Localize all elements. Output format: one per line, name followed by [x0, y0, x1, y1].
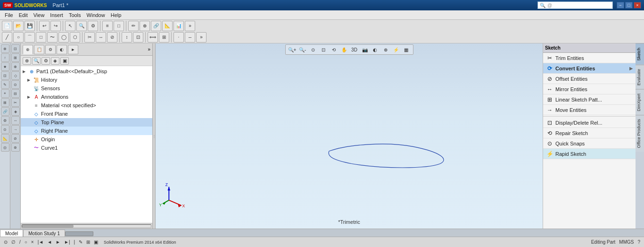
tree-item-top-plane[interactable]: ▶ ◇ Top Plane: [21, 118, 152, 127]
tree-tool-1[interactable]: ⊕: [23, 57, 31, 65]
tool-trim[interactable]: ✂ Trim Entities: [543, 53, 636, 63]
tree-tool-2[interactable]: 🔍: [32, 57, 41, 65]
menu-tools[interactable]: Tools: [66, 11, 84, 19]
rect-button[interactable]: □: [36, 32, 46, 43]
tree-tab-more[interactable]: ►: [68, 45, 78, 54]
menu-insert[interactable]: Insert: [47, 11, 66, 19]
left-icon-6[interactable]: ⌖: [1, 89, 9, 98]
circle-button[interactable]: ○: [13, 32, 24, 43]
feature-tree-content[interactable]: ▶ ⊕ Part1 (Default<<Default>_Disp ▶ 📜 Hi…: [21, 66, 152, 223]
construction-button[interactable]: --: [185, 32, 195, 43]
undo-button[interactable]: ↩: [39, 21, 50, 31]
close-button[interactable]: ×: [634, 2, 641, 9]
tree-item-right-plane[interactable]: ▶ ◇ Right Plane: [21, 127, 152, 135]
save-button[interactable]: 💾: [25, 21, 35, 31]
drawing-button[interactable]: 📐: [162, 21, 173, 31]
vtab-dimxpert[interactable]: DimXpert: [636, 89, 644, 115]
line-button[interactable]: ╱: [2, 32, 12, 43]
tree-item-history[interactable]: ▶ 📜 History: [21, 76, 152, 84]
relation-button[interactable]: ⊡: [133, 32, 143, 43]
new-button[interactable]: 📄: [2, 21, 12, 31]
vtab-evaluate[interactable]: Evaluate: [636, 65, 644, 89]
tool-display-delete[interactable]: ⊡ Display/Delete Rel...: [543, 118, 636, 128]
sec-icon-10[interactable]: →: [11, 125, 20, 134]
sec-icon-8[interactable]: ◈: [11, 107, 20, 116]
maximize-button[interactable]: □: [625, 2, 633, 9]
sec-icon-7[interactable]: ✂: [11, 98, 20, 107]
open-button[interactable]: 📂: [13, 21, 24, 31]
tree-item-part[interactable]: ▶ ⊕ Part1 (Default<<Default>_Disp: [21, 67, 152, 76]
more-button[interactable]: »: [185, 21, 195, 31]
left-icon-11[interactable]: 📐: [1, 134, 9, 143]
view3d-button[interactable]: □: [114, 21, 124, 31]
options-button[interactable]: ≡: [102, 21, 113, 31]
menu-window[interactable]: Window: [84, 11, 108, 19]
tool-quick-snaps[interactable]: ⊙ Quick Snaps: [543, 138, 636, 149]
tool-rapid-sketch[interactable]: ⚡ Rapid Sketch: [543, 149, 636, 159]
tool-move[interactable]: → Move Entities: [543, 105, 636, 115]
evaluate-button[interactable]: 📊: [173, 21, 184, 31]
tree-item-sensors[interactable]: ▶ 📡 Sensors: [21, 84, 152, 93]
left-icon-2[interactable]: ↑: [1, 53, 9, 62]
tree-tool-3[interactable]: ⚙: [41, 57, 50, 65]
zoom-button[interactable]: 🔍: [76, 21, 87, 31]
tree-tool-5[interactable]: ▣: [60, 57, 69, 65]
left-icon-7[interactable]: ⊞: [1, 98, 9, 107]
select-button[interactable]: ↖: [65, 21, 75, 31]
left-icon-8[interactable]: 🔗: [1, 107, 9, 116]
tree-scroll-track[interactable]: [22, 224, 151, 228]
dimension-button[interactable]: ↕: [122, 32, 132, 43]
left-icon-10[interactable]: ⊙: [1, 125, 9, 134]
menu-view[interactable]: View: [31, 11, 48, 19]
left-icon-12[interactable]: ◎: [1, 143, 9, 152]
minimize-button[interactable]: −: [617, 2, 624, 9]
left-icon-3[interactable]: ★: [1, 62, 9, 71]
spline-button[interactable]: 〜: [47, 32, 58, 43]
canvas-area[interactable]: 🔍+ 🔍- ⊙ ⊡ ⟲ ✋ 3D 📷 ◐ ⊕ ⚡ ▦: [156, 43, 543, 229]
tool-offset[interactable]: ⊘ Offset Entities: [543, 74, 636, 84]
tree-tab-expand[interactable]: »: [148, 47, 150, 52]
tool-mirror[interactable]: ↔ Mirror Entities: [543, 84, 636, 94]
offset-button[interactable]: ⊘: [107, 32, 117, 43]
tree-item-annotations[interactable]: ▶ A Annotations: [21, 93, 152, 101]
tree-item-origin[interactable]: ▶ ✛ Origin: [21, 135, 152, 144]
tree-item-material[interactable]: ▶ ≡ Material <not specified>: [21, 101, 152, 110]
sec-icon-6[interactable]: ⊟: [11, 89, 20, 98]
tree-tab-feature[interactable]: ⊕: [23, 45, 33, 54]
trim-button[interactable]: ✂: [84, 32, 95, 43]
tab-motion-study[interactable]: Motion Study 1: [23, 230, 65, 237]
sec-icon-11[interactable]: ⊘: [11, 134, 20, 143]
sketch-button[interactable]: ✏: [128, 21, 139, 31]
menu-help[interactable]: Help: [108, 11, 124, 19]
tree-tab-property[interactable]: 📋: [34, 45, 44, 54]
sec-icon-9[interactable]: ↔: [11, 116, 20, 125]
ellipse-button[interactable]: ◯: [58, 32, 69, 43]
more2-button[interactable]: »: [196, 32, 206, 43]
left-icon-9[interactable]: ⚙: [1, 116, 9, 125]
sec-icon-2[interactable]: ⊞: [11, 53, 20, 62]
help-icon[interactable]: ?: [637, 239, 640, 245]
rebuild-button[interactable]: ⚙: [88, 21, 98, 31]
sec-icon-3[interactable]: ⊕: [11, 62, 20, 71]
feature-button[interactable]: ⊕: [140, 21, 150, 31]
redo-button[interactable]: ↪: [50, 21, 61, 31]
tree-tool-4[interactable]: ◈: [51, 57, 59, 65]
extend-button[interactable]: ↔: [96, 32, 106, 43]
search-bar[interactable]: 🔍 @: [537, 1, 613, 9]
vtab-sketch[interactable]: Sketch: [636, 43, 644, 65]
tool-repair[interactable]: ⟲ Repair Sketch: [543, 128, 636, 138]
vtab-office[interactable]: Office Products: [636, 115, 644, 152]
tree-scrollbar[interactable]: [21, 223, 152, 229]
polygon-button[interactable]: ⬡: [70, 32, 80, 43]
sec-icon-1[interactable]: ⊡: [11, 44, 20, 53]
menu-file[interactable]: File: [2, 11, 16, 19]
tree-tab-config[interactable]: ⚙: [45, 45, 56, 54]
menu-edit[interactable]: Edit: [16, 11, 31, 19]
assembly-button[interactable]: 🔗: [151, 21, 161, 31]
point-button[interactable]: ·: [173, 32, 184, 43]
sec-icon-5[interactable]: ⊙: [11, 80, 20, 89]
arc-button[interactable]: ⌒: [25, 32, 35, 43]
mirror-button[interactable]: ⟺: [148, 32, 158, 43]
pattern-button[interactable]: ⊞: [159, 32, 169, 43]
sec-icon-4[interactable]: ◇: [11, 71, 20, 80]
